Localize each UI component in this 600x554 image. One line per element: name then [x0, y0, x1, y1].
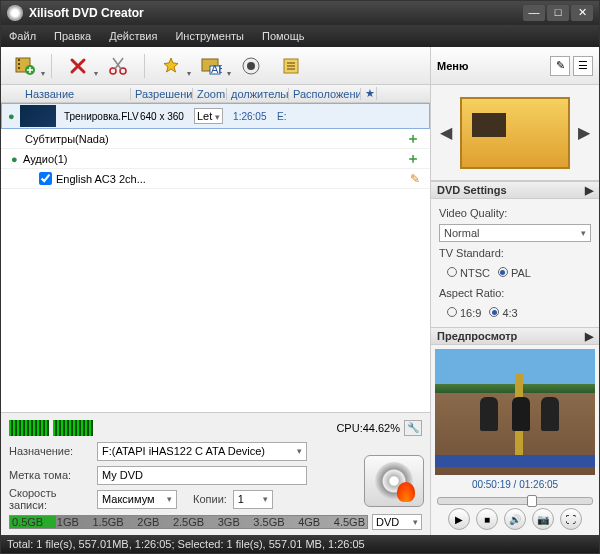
stop-button[interactable]: ■: [476, 508, 498, 530]
add-subtitle-icon[interactable]: ＋: [406, 130, 420, 148]
seek-slider[interactable]: [437, 497, 593, 505]
delete-button[interactable]: ▾: [64, 52, 92, 80]
list-menu-button[interactable]: ☰: [573, 56, 593, 76]
col-res[interactable]: Разрешение: [131, 88, 193, 100]
menu-edit[interactable]: Правка: [54, 30, 91, 42]
close-button[interactable]: ✕: [571, 5, 593, 21]
vq-label: Video Quality:: [439, 207, 507, 219]
dvd-settings: Video Quality: Normal▾ TV Standard: NTSC…: [431, 199, 599, 327]
zoom-select[interactable]: Let ▾: [194, 108, 223, 124]
status-bar: Total: 1 file(s), 557.01MB, 1:26:05; Sel…: [1, 535, 599, 553]
menubar: Файл Правка Действия Инструменты Помощь: [1, 25, 599, 47]
add-file-button[interactable]: ▾: [11, 52, 39, 80]
properties-button[interactable]: [277, 52, 305, 80]
menu-tools[interactable]: Инструменты: [175, 30, 244, 42]
col-name[interactable]: Название: [21, 88, 131, 100]
copies-label: Копии:: [193, 493, 227, 505]
burn-settings-button[interactable]: [237, 52, 265, 80]
playtime-label: 00:50:19 / 01:26:05: [431, 479, 599, 495]
minimize-button[interactable]: —: [523, 5, 545, 21]
copies-input[interactable]: 1▾: [233, 490, 273, 509]
preview-video[interactable]: [435, 349, 595, 475]
app-title: Xilisoft DVD Creator: [29, 6, 521, 20]
edit-audio-icon[interactable]: ✎: [410, 172, 420, 186]
app-logo-icon: [7, 5, 23, 21]
app-window: Xilisoft DVD Creator — □ ✕ Файл Правка Д…: [0, 0, 600, 554]
pal-radio[interactable]: PAL: [498, 267, 531, 279]
add-audio-icon[interactable]: ＋: [406, 150, 420, 168]
menu-template-thumb[interactable]: [460, 97, 570, 169]
body: ▾ ▾ ▾ ABC▾ Название Разрешение Zoom долж…: [1, 47, 599, 535]
svg-point-11: [247, 62, 255, 70]
toolbar: ▾ ▾ ▾ ABC▾: [1, 47, 430, 85]
tv-label: TV Standard:: [439, 247, 504, 259]
video-quality-select[interactable]: Normal▾: [439, 224, 591, 242]
bottom-panel: CPU:44.62% 🔧 Назначение: F:(ATAPI iHAS12…: [1, 412, 430, 535]
audio-track-row[interactable]: English AC3 2ch... ✎: [1, 169, 430, 189]
menu-actions[interactable]: Действия: [109, 30, 157, 42]
subtitles-row[interactable]: Субтитры(Nada) ＋: [1, 129, 430, 149]
play-button[interactable]: ▶: [448, 508, 470, 530]
file-res: 640 x 360: [136, 111, 194, 122]
burn-disc-icon: [375, 462, 413, 500]
maximize-button[interactable]: □: [547, 5, 569, 21]
snapshot-button[interactable]: 📷: [532, 508, 554, 530]
aspect-169-radio[interactable]: 16:9: [447, 307, 481, 319]
cpu-label: CPU:44.62%: [336, 422, 400, 434]
speed-label: Скорость записи:: [9, 487, 91, 511]
svg-rect-2: [18, 63, 20, 65]
col-star[interactable]: ★: [361, 87, 377, 100]
menu-file[interactable]: Файл: [9, 30, 36, 42]
cpu-wave-icon: [53, 420, 93, 436]
file-row[interactable]: ● Тренировка.FLV 640 x 360 Let ▾ 1:26:05…: [1, 103, 430, 129]
left-pane: ▾ ▾ ▾ ABC▾ Название Разрешение Zoom долж…: [1, 47, 431, 535]
menu-tab-label: Меню: [437, 60, 468, 72]
player-controls: ▶ ■ 🔊 📷 ⛶: [431, 507, 599, 535]
fullscreen-button[interactable]: ⛶: [560, 508, 582, 530]
audio-row[interactable]: ● Аудио(1) ＋: [1, 149, 430, 169]
edit-menu-button[interactable]: ✎: [550, 56, 570, 76]
subtitle-button[interactable]: ABC▾: [197, 52, 225, 80]
menu-help[interactable]: Помощь: [262, 30, 305, 42]
preview-header[interactable]: Предпросмотр▶: [431, 327, 599, 345]
prev-template-button[interactable]: ◀: [436, 119, 456, 146]
audio-track-checkbox[interactable]: [39, 172, 52, 185]
svg-rect-1: [18, 59, 20, 61]
menu-preview: ◀ ▶: [431, 85, 599, 181]
dest-select[interactable]: F:(ATAPI iHAS122 C ATA Device)▾: [97, 442, 307, 461]
svg-text:ABC: ABC: [211, 63, 222, 75]
cpu-settings-button[interactable]: 🔧: [404, 420, 422, 436]
vol-label: Метка тома:: [9, 469, 91, 481]
titlebar: Xilisoft DVD Creator — □ ✕: [1, 1, 599, 25]
file-name: Тренировка.FLV: [60, 111, 136, 122]
status-text: Total: 1 file(s), 557.01MB, 1:26:05; Sel…: [7, 538, 365, 550]
col-loc[interactable]: Расположение: [289, 88, 361, 100]
column-headers: Название Разрешение Zoom должительн Расп…: [1, 85, 430, 103]
file-loc: E:: [273, 111, 290, 122]
next-template-button[interactable]: ▶: [574, 119, 594, 146]
right-tabs: Меню ✎ ☰: [431, 47, 599, 85]
dvd-settings-header[interactable]: DVD Settings▶: [431, 181, 599, 199]
capacity-bar: 0.5GB1GB1.5GB2GB2.5GB3GB3.5GB4GB4.5GB DV…: [9, 513, 422, 531]
svg-rect-3: [18, 67, 20, 69]
volume-button[interactable]: 🔊: [504, 508, 526, 530]
aspect-label: Aspect Ratio:: [439, 287, 504, 299]
dest-label: Назначение:: [9, 445, 91, 457]
aspect-43-radio[interactable]: 4:3: [489, 307, 517, 319]
ntsc-radio[interactable]: NTSC: [447, 267, 490, 279]
file-list: ● Тренировка.FLV 640 x 360 Let ▾ 1:26:05…: [1, 103, 430, 412]
col-dur[interactable]: должительн: [227, 88, 289, 100]
effects-button[interactable]: ▾: [157, 52, 185, 80]
burn-button[interactable]: [364, 455, 424, 507]
right-pane: Меню ✎ ☰ ◀ ▶ DVD Settings▶ Video Quality…: [431, 47, 599, 535]
file-dur: 1:26:05: [229, 111, 273, 122]
speed-select[interactable]: Максимум▾: [97, 490, 177, 509]
disc-type-select[interactable]: DVD▾: [372, 514, 422, 530]
preview-panel: 00:50:19 / 01:26:05 ▶ ■ 🔊 📷 ⛶: [431, 345, 599, 535]
cpu-wave-icon: [9, 420, 49, 436]
cut-button[interactable]: [104, 52, 132, 80]
vol-input[interactable]: My DVD: [97, 466, 307, 485]
video-thumb-icon: [20, 105, 56, 127]
col-zoom[interactable]: Zoom: [193, 88, 227, 100]
